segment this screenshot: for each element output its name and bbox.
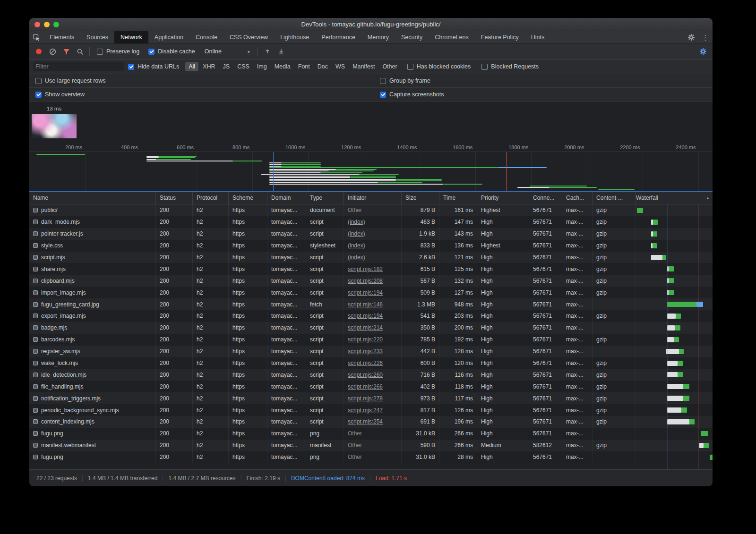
tab-network[interactable]: Network [114,31,148,43]
throttling-select[interactable]: Online ▾ [205,48,250,55]
initiator-link[interactable]: script.mjs:214 [348,324,383,331]
table-row[interactable]: pointer-tracker.js200h2httpstomayac...sc… [29,228,713,240]
table-row[interactable]: notification_triggers.mjs200h2httpstomay… [29,392,713,404]
show-overview-checkbox[interactable]: Show overview [35,91,85,98]
hide-data-urls-checkbox[interactable]: Hide data URLs [128,63,179,70]
table-row[interactable]: style.css200h2httpstomayac...stylesheet(… [29,240,713,252]
network-settings-button[interactable] [696,45,710,58]
initiator-link[interactable]: (index) [348,242,365,249]
table-row[interactable]: dark_mode.mjs200h2httpstomayac...script(… [29,216,713,228]
table-row[interactable]: fugu.png200h2httpstomayac...pngOther31.0… [29,428,713,440]
table-row[interactable]: file_handling.mjs200h2httpstomayac...scr… [29,381,713,392]
column-header-protocol[interactable]: Protocol [193,192,229,204]
preserve-log-checkbox[interactable]: Preserve log [97,48,139,55]
filmstrip-frame[interactable]: 13 ms [32,106,77,138]
column-header-content[interactable]: Content-... [593,192,636,204]
table-row[interactable]: fugu.png200h2httpstomayac...pngOther31.0… [29,451,713,463]
filter-type-xhr[interactable]: XHR [199,62,218,71]
column-header-name[interactable]: Name [29,192,156,204]
tab-feature-policy[interactable]: Feature Policy [475,31,525,43]
initiator-link[interactable]: script.mjs:233 [348,348,383,355]
column-header-time[interactable]: Time [439,192,477,204]
clear-network-log-button[interactable] [46,45,59,58]
table-row[interactable]: manifest.webmanifest200h2httpstomayac...… [29,440,713,451]
filter-type-doc[interactable]: Doc [314,62,331,71]
table-row[interactable]: export_image.mjs200h2httpstomayac...scri… [29,310,713,322]
overview-waterfall[interactable] [29,152,713,191]
tab-elements[interactable]: Elements [43,31,80,43]
filter-type-css[interactable]: CSS [234,62,253,71]
column-header-initiator[interactable]: Initiator [344,192,402,204]
initiator-link[interactable]: script.mjs:278 [348,395,383,402]
table-row[interactable]: periodic_background_sync.mjs200h2httpsto… [29,404,713,416]
column-header-status[interactable]: Status [156,192,193,204]
table-row[interactable]: import_image.mjs200h2httpstomayac...scri… [29,287,713,298]
column-header-conne[interactable]: Conne... [529,192,562,204]
filter-type-img[interactable]: Img [254,62,270,71]
column-header-size[interactable]: Size [402,192,439,204]
table-row[interactable]: clipboard.mjs200h2httpstomayac...scripts… [29,275,713,287]
group-by-frame-checkbox[interactable]: Group by frame [380,77,430,84]
initiator-link[interactable]: script.mjs:266 [348,383,383,390]
table-row[interactable]: share.mjs200h2httpstomayac...scriptscrip… [29,263,713,275]
filter-toggle-button[interactable] [60,45,73,58]
initiator-link[interactable]: script.mjs:208 [348,278,383,284]
initiator-link[interactable]: script.mjs:247 [348,407,383,414]
table-row[interactable]: fugu_greeting_card.jpg200h2httpstomayac.… [29,298,713,310]
initiator-link[interactable]: script.mjs:226 [348,360,383,366]
close-window-button[interactable] [34,22,40,27]
table-row[interactable]: barcodes.mjs200h2httpstomayac...scriptsc… [29,334,713,346]
column-header-scheme[interactable]: Scheme [229,192,267,204]
initiator-link[interactable]: script.mjs:194 [348,289,383,296]
column-header-cach[interactable]: Cach... [562,192,593,204]
filter-type-font[interactable]: Font [295,62,313,71]
has-blocked-cookies-checkbox[interactable]: Has blocked cookies [407,63,471,70]
tab-performance[interactable]: Performance [315,31,361,43]
inspect-element-button[interactable] [29,31,43,43]
tab-chromelens[interactable]: ChromeLens [429,31,475,43]
table-row[interactable]: content_indexing.mjs200h2httpstomayac...… [29,416,713,428]
initiator-link[interactable]: script.mjs:146 [348,301,383,308]
capture-screenshots-checkbox[interactable]: Capture screenshots [380,91,444,98]
table-row[interactable]: badge.mjs200h2httpstomayac...scriptscrip… [29,322,713,334]
column-header-waterfall[interactable]: Waterfall▲ [636,192,713,204]
initiator-link[interactable]: script.mjs:260 [348,372,383,378]
initiator-link[interactable]: script.mjs:182 [348,266,383,272]
tab-lighthouse[interactable]: Lighthouse [274,31,315,43]
disable-cache-checkbox[interactable]: Disable cache [148,48,195,55]
column-header-domain[interactable]: Domain [267,192,306,204]
use-large-request-rows-checkbox[interactable]: Use large request rows [35,77,106,84]
tab-console[interactable]: Console [189,31,223,43]
network-overview-pane[interactable]: 200 ms400 ms600 ms800 ms1000 ms1200 ms14… [29,143,713,192]
filter-input[interactable] [33,62,124,71]
devtools-settings-button[interactable] [684,31,698,43]
table-row[interactable]: public/200h2httpstomayac...documentOther… [29,204,713,216]
table-row[interactable]: register_sw.mjs200h2httpstomayac...scrip… [29,346,713,357]
column-header-type[interactable]: Type [306,192,344,204]
kebab-menu-icon[interactable]: ⋮ [698,31,713,43]
filter-type-js[interactable]: JS [220,62,233,71]
tab-css-overview[interactable]: CSS Overview [223,31,274,43]
filter-type-media[interactable]: Media [271,62,294,71]
window-titlebar[interactable]: DevTools - tomayac.github.io/fugu-greeti… [29,18,713,31]
filter-type-ws[interactable]: WS [332,62,348,71]
tab-security[interactable]: Security [395,31,429,43]
screenshot-thumbnail[interactable] [32,114,77,138]
export-har-button[interactable] [275,45,288,58]
import-har-button[interactable] [261,45,274,58]
table-row[interactable]: idle_detection.mjs200h2httpstomayac...sc… [29,369,713,381]
filter-type-manifest[interactable]: Manifest [349,62,378,71]
tab-memory[interactable]: Memory [361,31,395,43]
minimize-window-button[interactable] [44,22,50,27]
column-header-priority[interactable]: Priority [477,192,529,204]
tab-sources[interactable]: Sources [80,31,114,43]
tab-hints[interactable]: Hints [525,31,550,43]
initiator-link[interactable]: script.mjs:220 [348,336,383,343]
initiator-link[interactable]: (index) [348,219,365,225]
blocked-requests-checkbox[interactable]: Blocked Requests [481,63,539,70]
record-network-log-button[interactable] [32,45,45,58]
initiator-link[interactable]: (index) [348,254,365,261]
table-row[interactable]: script.mjs200h2httpstomayac...script(ind… [29,252,713,263]
initiator-link[interactable]: (index) [348,230,365,237]
initiator-link[interactable]: script.mjs:254 [348,418,383,425]
